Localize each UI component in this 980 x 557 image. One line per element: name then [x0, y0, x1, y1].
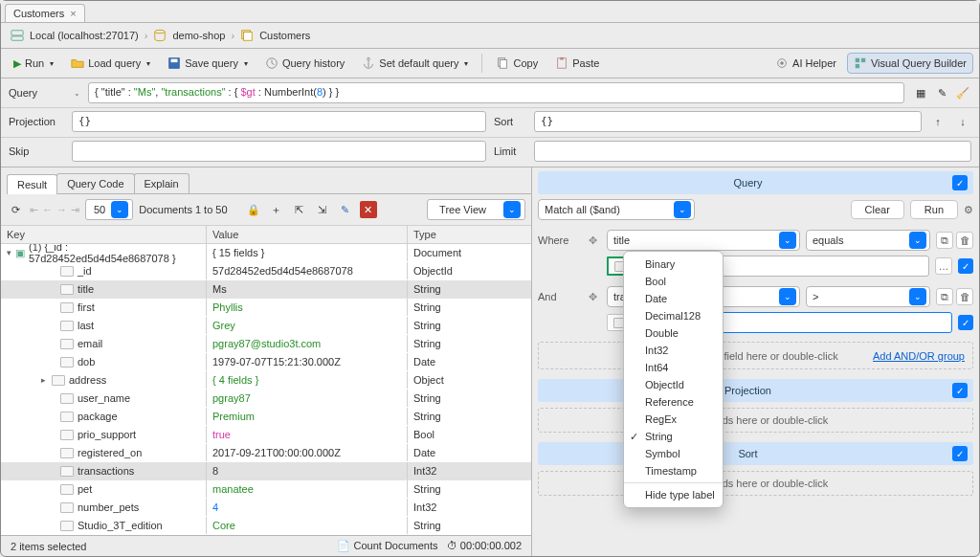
delete-icon[interactable]: ✕: [360, 201, 377, 218]
match-mode-select[interactable]: Match all ($and)⌄: [538, 199, 695, 220]
breadcrumb-collection[interactable]: Customers: [259, 30, 310, 41]
section-enabled-checkbox[interactable]: ✓: [952, 446, 968, 461]
breadcrumb-host[interactable]: Local (localhost:27017): [30, 30, 139, 41]
tab-explain[interactable]: Explain: [134, 173, 189, 193]
drag-handle-icon[interactable]: ✥: [584, 233, 601, 248]
clause-operator-select[interactable]: equals⌄: [806, 230, 930, 251]
type-option-symbol[interactable]: Symbol: [624, 445, 723, 462]
type-option-bool[interactable]: Bool: [624, 273, 723, 290]
count-documents-button[interactable]: 📄 Count Documents: [337, 540, 437, 551]
gear-icon[interactable]: ⚙: [964, 204, 973, 216]
table-row[interactable]: ▸ address{ 4 fields }Object: [1, 371, 531, 390]
type-option-decimal128[interactable]: Decimal128: [624, 307, 723, 324]
projection-input[interactable]: {}: [72, 111, 486, 132]
type-option-timestamp[interactable]: Timestamp: [624, 462, 723, 479]
edit-query-icon[interactable]: ✎: [933, 84, 950, 101]
page-size-select[interactable]: 50⌄: [85, 199, 133, 220]
clause-operator-select[interactable]: >⌄: [806, 286, 930, 307]
table-row[interactable]: petmanateeString: [1, 480, 531, 499]
add-clause-dropzone[interactable]: ＋Drop a field here or double-click Add A…: [538, 342, 973, 369]
tab-customers[interactable]: Customers ×: [5, 4, 85, 22]
type-option-double[interactable]: Double: [624, 324, 723, 342]
duplicate-clause-icon[interactable]: ⧉: [936, 288, 953, 305]
skip-input[interactable]: [72, 141, 486, 162]
tab-result[interactable]: Result: [7, 174, 57, 194]
type-option-date[interactable]: Date: [624, 290, 723, 307]
clear-button[interactable]: Clear: [851, 200, 904, 219]
clause-field-select[interactable]: title⌄: [607, 230, 800, 251]
chevron-down-icon[interactable]: ⌄: [74, 89, 80, 98]
remove-clause-icon[interactable]: 🗑: [956, 232, 973, 249]
close-icon[interactable]: ×: [70, 8, 76, 19]
duplicate-clause-icon[interactable]: ⧉: [936, 232, 953, 249]
visual-query-builder-button[interactable]: Visual Query Builder: [847, 53, 973, 74]
breadcrumb-db[interactable]: demo-shop: [172, 30, 225, 41]
set-default-query-button[interactable]: Set default query▾: [355, 53, 475, 74]
sort-dropzone[interactable]: Drop fields here or double-click: [538, 471, 973, 496]
edit-icon[interactable]: ✎: [337, 201, 354, 218]
table-row[interactable]: packagePremiumString: [1, 408, 531, 426]
toggle-layout-icon[interactable]: ▦: [912, 84, 929, 101]
table-row[interactable]: dob1979-07-07T15:21:30.000ZDate: [1, 353, 531, 371]
sort-desc-icon[interactable]: ↓: [954, 113, 971, 130]
limit-input[interactable]: [534, 141, 971, 162]
sort-input[interactable]: {}: [534, 111, 922, 132]
clause-enabled-checkbox[interactable]: ✓: [958, 315, 973, 330]
svg-point-8: [368, 57, 370, 60]
more-icon[interactable]: …: [935, 257, 952, 275]
nav-first-icon[interactable]: ⇤: [30, 204, 38, 216]
type-option-binary[interactable]: Binary: [624, 256, 723, 273]
table-row[interactable]: number_pets4Int32: [1, 499, 531, 517]
tab-query-code[interactable]: Query Code: [56, 173, 134, 193]
table-row[interactable]: registered_on2017-09-21T00:00:00.000ZDat…: [1, 444, 531, 462]
result-grid[interactable]: Key Value Type ▾ ▣ (1) {_id : 57d28452ed…: [1, 225, 531, 535]
import-icon[interactable]: ⇲: [314, 201, 331, 218]
query-input[interactable]: { "title" : "Ms", "transactions" : { $gt…: [88, 82, 904, 103]
add-doc-icon[interactable]: ＋: [268, 201, 285, 218]
remove-clause-icon[interactable]: 🗑: [956, 288, 973, 305]
type-option-int32[interactable]: Int32: [624, 342, 723, 359]
nav-prev-icon[interactable]: ←: [42, 204, 53, 216]
table-row[interactable]: lastGreyString: [1, 317, 531, 335]
type-option-int64[interactable]: Int64: [624, 359, 723, 376]
svg-point-14: [780, 61, 784, 65]
save-query-button[interactable]: Save query▾: [161, 53, 255, 74]
table-row[interactable]: titleMsString: [1, 280, 531, 299]
table-row[interactable]: emailpgray87@studio3t.comString: [1, 335, 531, 353]
clear-query-icon[interactable]: 🧹: [954, 84, 971, 101]
table-row[interactable]: _id57d28452ed5d4d54e8687078ObjectId: [1, 262, 531, 280]
type-dropdown[interactable]: BinaryBoolDateDecimal128DoubleInt32Int64…: [623, 251, 724, 508]
view-mode-select[interactable]: Tree View⌄: [427, 199, 525, 220]
sort-asc-icon[interactable]: ↑: [929, 113, 947, 130]
svg-rect-17: [856, 64, 859, 68]
type-option-objectid[interactable]: ObjectId: [624, 376, 723, 393]
add-and-or-group-link[interactable]: Add AND/OR group: [873, 350, 965, 362]
run-button[interactable]: Run: [910, 200, 958, 219]
table-row[interactable]: user_namepgray87String: [1, 390, 531, 408]
refresh-icon[interactable]: ⟳: [7, 201, 24, 218]
table-row[interactable]: Studio_3T_editionCoreString: [1, 517, 531, 535]
type-option-string[interactable]: String: [624, 428, 723, 445]
load-query-button[interactable]: Load query▾: [64, 53, 157, 74]
run-button[interactable]: ▶Run▾: [7, 54, 60, 74]
clause-enabled-checkbox[interactable]: ✓: [958, 258, 973, 274]
paste-button[interactable]: Paste: [548, 53, 606, 74]
hide-type-label[interactable]: Hide type label: [624, 486, 723, 503]
section-enabled-checkbox[interactable]: ✓: [952, 175, 968, 190]
type-option-reference[interactable]: Reference: [624, 393, 723, 411]
nav-last-icon[interactable]: ⇥: [71, 204, 79, 216]
lock-icon[interactable]: 🔒: [245, 201, 262, 218]
drag-handle-icon[interactable]: ✥: [584, 289, 601, 304]
table-row[interactable]: prio_supporttrueBool: [1, 426, 531, 444]
ai-helper-button[interactable]: AI Helper: [768, 53, 843, 74]
table-row[interactable]: ▾ ▣ (1) {_id : 57d28452ed5d4d54e8687078 …: [1, 244, 531, 262]
nav-next-icon[interactable]: →: [56, 204, 67, 216]
copy-button[interactable]: Copy: [489, 53, 545, 74]
section-enabled-checkbox[interactable]: ✓: [952, 383, 968, 398]
query-history-button[interactable]: Query history: [258, 53, 351, 74]
table-row[interactable]: transactions8Int32: [1, 462, 531, 480]
projection-dropzone[interactable]: Drop fields here or double-click: [538, 408, 973, 433]
table-row[interactable]: firstPhyllisString: [1, 299, 531, 317]
type-option-regex[interactable]: RegEx: [624, 411, 723, 428]
export-icon[interactable]: ⇱: [291, 201, 308, 218]
